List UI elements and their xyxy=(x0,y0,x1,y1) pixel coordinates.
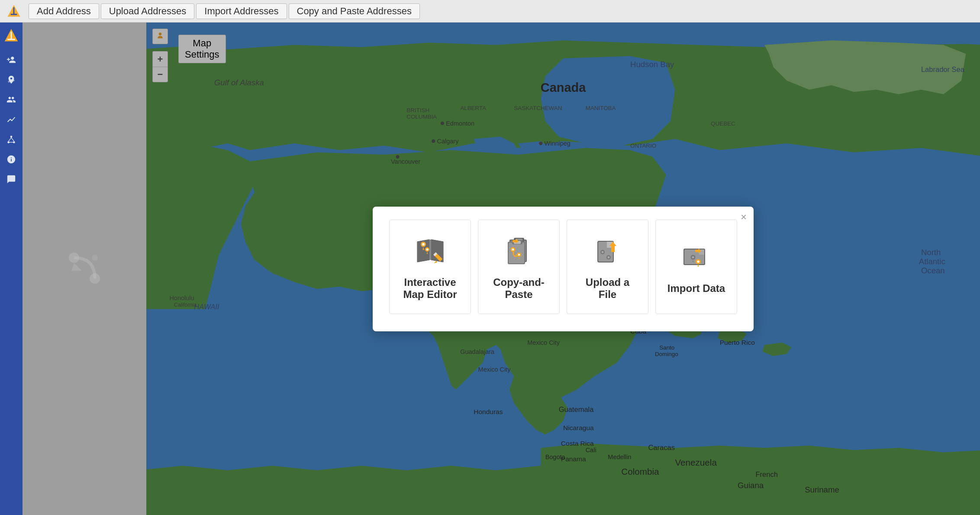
upload-file-label: Upload a File xyxy=(576,276,639,301)
import-data-option[interactable]: Import Data xyxy=(655,220,737,314)
left-panel-watermark xyxy=(58,242,110,296)
add-address-button[interactable]: Add Address xyxy=(29,3,99,19)
copy-paste-addresses-button[interactable]: Copy and Paste Addresses xyxy=(289,3,420,19)
import-addresses-button[interactable]: Import Addresses xyxy=(196,3,287,19)
copy-paste-label: Copy-and-Paste xyxy=(487,276,551,301)
svg-point-91 xyxy=(601,251,603,253)
sidebar-item-chart[interactable] xyxy=(3,111,20,128)
import-data-label: Import Data xyxy=(667,282,725,295)
svg-point-83 xyxy=(512,248,514,250)
upload-file-option[interactable]: Upload a File xyxy=(567,220,648,314)
sidebar-logo xyxy=(3,27,20,44)
map-area: Canada Mexico Gulf of Alaska Hudson Bay … xyxy=(146,23,980,515)
sidebar-item-chat[interactable] xyxy=(3,171,20,188)
import-data-icon xyxy=(679,239,714,274)
app-logo xyxy=(4,2,23,21)
svg-point-93 xyxy=(607,256,609,258)
sidebar-item-info[interactable] xyxy=(3,151,20,168)
svg-point-70 xyxy=(426,248,428,250)
svg-point-6 xyxy=(10,136,13,138)
upload-file-icon xyxy=(590,233,625,268)
modal-dialog: × xyxy=(373,207,754,331)
svg-point-14 xyxy=(92,254,98,260)
modal-overlay: × xyxy=(146,23,980,515)
svg-rect-79 xyxy=(509,243,524,263)
svg-line-10 xyxy=(11,138,14,141)
copy-paste-option[interactable]: Copy-and-Paste xyxy=(478,220,560,314)
sidebar xyxy=(0,23,23,515)
interactive-map-editor-option[interactable]: Interactive Map Editor xyxy=(389,220,471,314)
svg-point-85 xyxy=(518,253,519,255)
sidebar-item-people[interactable] xyxy=(3,91,20,108)
svg-line-9 xyxy=(9,138,11,141)
toolbar: Add Address Upload Addresses Import Addr… xyxy=(0,0,980,23)
svg-point-100 xyxy=(697,260,700,263)
svg-point-98 xyxy=(692,256,694,258)
upload-addresses-button[interactable]: Upload Addresses xyxy=(101,3,195,19)
svg-point-68 xyxy=(422,243,425,246)
left-panel xyxy=(23,23,146,515)
svg-marker-72 xyxy=(434,261,437,263)
modal-options: Interactive Map Editor xyxy=(386,220,741,314)
main-area: Canada Mexico Gulf of Alaska Hudson Bay … xyxy=(0,23,980,515)
map-editor-icon xyxy=(413,233,448,268)
copy-paste-icon xyxy=(502,233,536,268)
sidebar-item-add-user[interactable] xyxy=(3,51,20,68)
sidebar-item-routes[interactable] xyxy=(3,71,20,88)
interactive-map-editor-label: Interactive Map Editor xyxy=(398,276,462,301)
modal-close-button[interactable]: × xyxy=(741,212,747,222)
sidebar-item-network[interactable] xyxy=(3,131,20,148)
